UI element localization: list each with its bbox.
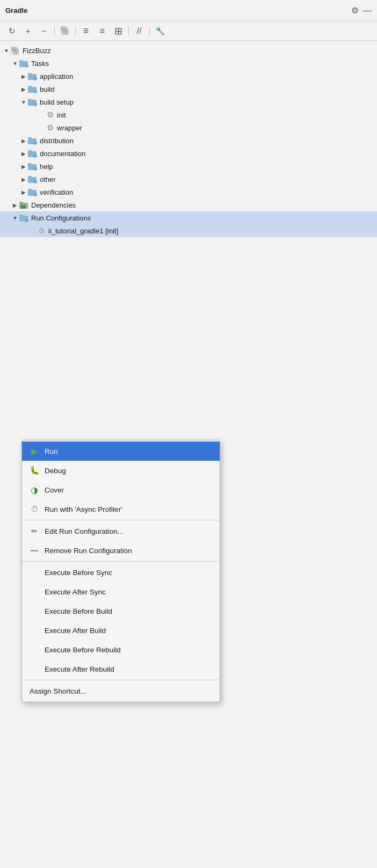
debug-icon: 🐛 <box>30 466 39 475</box>
svg-text:⚙: ⚙ <box>33 153 38 158</box>
tasks-label: Tasks <box>31 60 49 68</box>
menu-item-run[interactable]: ▶ Run <box>22 442 220 461</box>
other-label: other <box>40 175 56 183</box>
menu-item-edit-run-config[interactable]: ✏ Edit Run Configuration... <box>22 521 220 541</box>
arrow-dependencies: ▶ <box>11 201 19 209</box>
minimize-icon[interactable]: — <box>363 6 372 16</box>
folder-gear-tasks-icon: ⚙ <box>19 58 29 68</box>
gradle-elephant-button[interactable]: 🐘 <box>57 24 73 38</box>
svg-text:⚙: ⚙ <box>33 179 38 183</box>
elephant-icon: 🐘 <box>60 25 71 36</box>
deps-icon: ▮▮ <box>19 200 29 210</box>
remove-config-icon: — <box>30 546 39 555</box>
arrow-verification: ▶ <box>19 188 28 196</box>
menu-sep-2 <box>22 561 220 562</box>
tree-node-build[interactable]: ▶ ⚙ build <box>0 83 377 95</box>
menu-sep-1 <box>22 520 220 520</box>
svg-rect-25 <box>28 189 32 191</box>
tree-node-distribution[interactable]: ▶ ⚙ distribution <box>0 134 377 147</box>
toolbar: ↻ + − 🐘 ≡ ≡ ⊞ // 🔧 <box>0 21 377 41</box>
menu-item-run-async[interactable]: ⏱ Run with 'Async Profiler' <box>22 499 220 519</box>
group-button[interactable]: ⊞ <box>111 24 126 38</box>
init-label: init <box>57 111 66 119</box>
svg-text:⚙: ⚙ <box>33 89 38 93</box>
folder-gear-runconfig-icon: ⚙ <box>19 213 29 223</box>
svg-rect-10 <box>28 99 32 101</box>
menu-item-assign-shortcut[interactable]: Assign Shortcut... <box>22 681 220 701</box>
collapse-all-button[interactable]: ≡ <box>95 24 110 38</box>
menu-item-execute-after-sync[interactable]: Execute After Sync <box>22 582 220 601</box>
no-arrow-tutorial <box>28 226 37 235</box>
no-arrow-init <box>37 111 45 119</box>
distribution-label: distribution <box>40 137 74 145</box>
execute-after-build-label: Execute After Build <box>45 627 106 635</box>
arrow-application: ▶ <box>19 72 28 80</box>
tree-node-help[interactable]: ▶ ⚙ help <box>0 160 377 173</box>
help-label: help <box>40 163 53 171</box>
expand-all-icon: ≡ <box>83 25 89 36</box>
menu-item-execute-after-build[interactable]: Execute After Build <box>22 621 220 640</box>
menu-item-remove-run-config[interactable]: — Remove Run Configuration <box>22 541 220 560</box>
menu-item-cover[interactable]: ◑ Cover <box>22 480 220 499</box>
arrow-fizzbuzz: ▼ <box>2 46 11 55</box>
folder-gear-other-icon: ⚙ <box>28 174 38 184</box>
wrench-button[interactable]: 🔧 <box>153 24 168 38</box>
tree-node-wrapper[interactable]: ⚙ wrapper <box>0 121 377 134</box>
add-button[interactable]: + <box>20 24 35 38</box>
link-button[interactable]: // <box>132 24 147 38</box>
toolbar-sep-1 <box>54 26 55 36</box>
arrow-documentation: ▶ <box>19 149 28 158</box>
dependencies-label: Dependencies <box>31 201 76 209</box>
svg-rect-4 <box>28 73 32 75</box>
menu-item-debug[interactable]: 🐛 Debug <box>22 461 220 480</box>
no-arrow-wrapper <box>37 123 45 132</box>
runconfig-icon: ⚙ <box>37 226 46 236</box>
svg-text:⚙: ⚙ <box>33 76 38 80</box>
menu-item-execute-before-sync[interactable]: Execute Before Sync <box>22 563 220 582</box>
remove-icon: − <box>42 26 47 35</box>
panel-title: Gradle <box>5 6 27 14</box>
svg-text:▮▮: ▮▮ <box>21 204 25 209</box>
svg-text:⚙: ⚙ <box>25 218 29 222</box>
menu-item-execute-before-rebuild[interactable]: Execute Before Rebuild <box>22 640 220 659</box>
tree-node-tutorial-gradle[interactable]: ⚙ ii_tutorial_gradle1 [init] <box>0 224 377 237</box>
title-bar-actions: ⚙ — <box>351 5 372 16</box>
tree-node-build-setup[interactable]: ▼ ⚙ build setup <box>0 95 377 108</box>
tree-node-tasks[interactable]: ▼ ⚙ Tasks <box>0 57 377 70</box>
svg-rect-19 <box>28 163 32 165</box>
gear-wrapper-icon: ⚙ <box>45 123 55 133</box>
arrow-tasks: ▼ <box>11 59 19 68</box>
svg-text:⚙: ⚙ <box>25 63 29 68</box>
arrow-build-setup: ▼ <box>19 98 28 106</box>
tree-node-other[interactable]: ▶ ⚙ other <box>0 173 377 186</box>
menu-item-execute-after-rebuild[interactable]: Execute After Rebuild <box>22 659 220 679</box>
refresh-button[interactable]: ↻ <box>4 24 19 38</box>
tree-node-fizzbuzz[interactable]: ▼ 🐘 FizzBuzz <box>0 44 377 57</box>
svg-rect-22 <box>28 176 32 178</box>
expand-all-button[interactable]: ≡ <box>78 24 93 38</box>
svg-text:⚙: ⚙ <box>33 192 38 196</box>
svg-rect-1 <box>19 60 23 62</box>
execute-after-rebuild-label: Execute After Rebuild <box>45 665 114 673</box>
tree-node-init[interactable]: ⚙ init <box>0 108 377 121</box>
tree-node-application[interactable]: ▶ ⚙ application <box>0 70 377 83</box>
remove-button[interactable]: − <box>37 24 52 38</box>
settings-icon[interactable]: ⚙ <box>351 5 359 16</box>
svg-rect-31 <box>19 215 23 217</box>
cover-label: Cover <box>45 486 64 494</box>
build-label: build <box>40 85 54 93</box>
tree-node-verification[interactable]: ▶ ⚙ verification <box>0 186 377 198</box>
tree-node-dependencies[interactable]: ▶ ▮▮ Dependencies <box>0 198 377 211</box>
run-label: Run <box>45 447 58 455</box>
elephant-node-icon: 🐘 <box>11 46 20 55</box>
svg-rect-7 <box>28 86 32 88</box>
remove-run-config-label: Remove Run Configuration <box>45 547 132 555</box>
refresh-icon: ↻ <box>9 26 16 36</box>
folder-gear-build-setup-icon: ⚙ <box>28 97 38 107</box>
folder-gear-documentation-icon: ⚙ <box>28 149 38 158</box>
menu-item-execute-before-build[interactable]: Execute Before Build <box>22 601 220 621</box>
edit-icon: ✏ <box>30 526 39 536</box>
tree-node-run-configurations[interactable]: ▼ ⚙ Run Configurations <box>0 211 377 224</box>
wrapper-label: wrapper <box>57 124 82 132</box>
tree-node-documentation[interactable]: ▶ ⚙ documentation <box>0 147 377 160</box>
